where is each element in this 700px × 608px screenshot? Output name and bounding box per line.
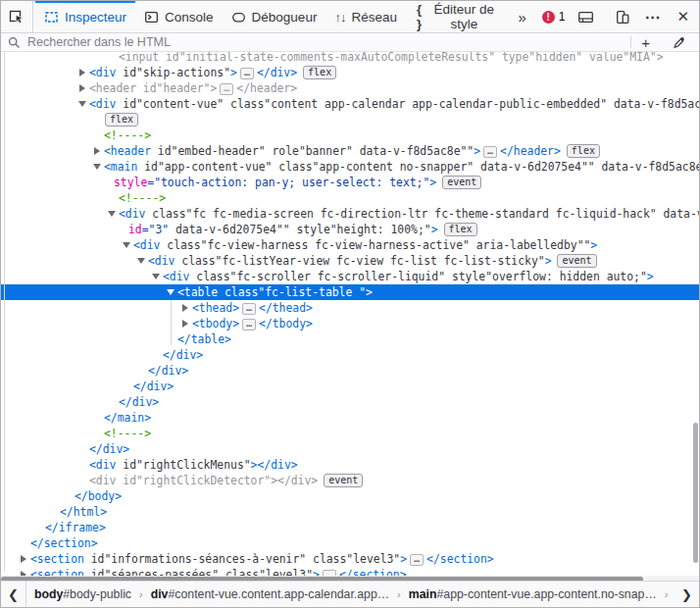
markup-row[interactable]: <section id"informations-séances-à-venir… xyxy=(1,551,699,567)
markup-row[interactable]: <div class"fc-listYear-view fc-view fc-l… xyxy=(1,253,699,269)
markup-row[interactable]: <div id"content-vue" class"content app-c… xyxy=(1,96,699,112)
markup-row[interactable]: </div> xyxy=(1,363,699,379)
markup-row[interactable]: </div> xyxy=(1,347,699,363)
tab-label: Console xyxy=(165,10,214,25)
tab-reseau[interactable]: ↑↓ Réseau xyxy=(325,1,406,32)
markup-row[interactable]: <div class"fc fc-media-screen fc-directi… xyxy=(1,206,699,222)
breadcrumb-item[interactable]: main#app-content-vue.app-content.no-snap… xyxy=(407,587,659,601)
close-devtools-button[interactable]: ✕ xyxy=(667,8,699,25)
twisty-icon[interactable] xyxy=(78,80,89,96)
node-code: style="touch-action: pan-y; user-select:… xyxy=(114,176,436,189)
markup-row[interactable]: <main id"app-content-vue" class"app-cont… xyxy=(1,159,699,175)
markup-row[interactable]: <input id"initial-state-comments-maxAuto… xyxy=(1,52,699,65)
error-count-button[interactable]: ! 1 xyxy=(536,10,572,24)
flex-badge[interactable]: flex xyxy=(444,223,477,236)
breadcrumb-separator-icon: › xyxy=(391,588,407,600)
flex-badge[interactable]: flex xyxy=(567,144,600,158)
twisty-icon[interactable] xyxy=(137,253,148,269)
twisty-icon[interactable] xyxy=(181,300,192,316)
show-more-pill[interactable]: … xyxy=(483,146,497,158)
node-code: </div> xyxy=(133,380,174,393)
markup-row[interactable]: <thead>…</thead> xyxy=(1,300,699,316)
indent-guide xyxy=(4,52,5,572)
markup-row[interactable]: <!----> xyxy=(1,190,699,206)
node-code: </iframe> xyxy=(45,521,106,534)
breadcrumb-item[interactable]: div#content-vue.content.app-calendar.app… xyxy=(149,587,391,601)
markup-row[interactable]: </section> xyxy=(1,535,699,551)
twisty-icon[interactable] xyxy=(167,284,177,300)
node-code: <section id"informations-séances-à-venir… xyxy=(30,552,494,566)
markup-row[interactable]: <!----> xyxy=(1,426,699,441)
tab-editeur-de-style[interactable]: { } Éditeur de style xyxy=(406,1,508,32)
markup-rows: <input id"initial-state-comments-maxAuto… xyxy=(1,52,699,583)
tab-label: Éditeur de style xyxy=(428,2,499,31)
markup-row[interactable]: <tbody>…</tbody> xyxy=(1,316,699,331)
event-badge[interactable]: event xyxy=(442,176,481,189)
flex-badge[interactable]: flex xyxy=(105,113,138,127)
show-more-pill[interactable]: … xyxy=(410,554,424,566)
split-console-button[interactable] xyxy=(571,10,601,25)
show-more-pill[interactable]: … xyxy=(220,83,233,95)
event-badge[interactable]: event xyxy=(557,254,596,268)
markup-row[interactable]: flex xyxy=(1,112,699,127)
twisty-icon[interactable] xyxy=(78,65,89,80)
twisty-icon[interactable] xyxy=(20,551,30,567)
markup-view[interactable]: <input id"initial-state-comments-maxAuto… xyxy=(1,52,699,583)
twisty-icon[interactable] xyxy=(181,316,192,331)
markup-row[interactable]: </div> xyxy=(1,394,699,410)
tab-label: Réseau xyxy=(351,10,397,25)
breadcrumb-scroll-right-button[interactable]: ❯ xyxy=(675,587,699,602)
markup-row[interactable]: id="3" data-v-6d2075e4"" style"height: 1… xyxy=(1,222,699,237)
twisty-icon[interactable] xyxy=(93,159,104,175)
markup-row[interactable]: </html> xyxy=(1,504,699,520)
node-code: </body> xyxy=(75,489,122,503)
markup-row[interactable]: <div class"fc-scroller fc-scroller-liqui… xyxy=(1,269,699,284)
responsive-design-icon xyxy=(615,10,630,25)
breadcrumb-scroll-left-button[interactable]: ❮ xyxy=(1,582,26,607)
twisty-icon[interactable] xyxy=(152,269,163,284)
responsive-design-button[interactable] xyxy=(608,10,637,25)
markup-row[interactable]: </table> xyxy=(1,331,699,347)
markup-row[interactable]: <header id"header">…</header> xyxy=(1,80,699,96)
html-search-bar: + xyxy=(1,33,699,52)
markup-row[interactable]: </main> xyxy=(1,410,699,426)
event-badge[interactable]: event xyxy=(324,474,363,487)
add-node-button[interactable]: + xyxy=(633,34,658,51)
node-code: </div> xyxy=(119,395,159,409)
flex-badge[interactable]: flex xyxy=(303,66,336,79)
markup-row[interactable]: <div id"rightClickDetector"></div>event xyxy=(1,473,699,488)
breadcrumb-separator-icon: › xyxy=(133,588,149,600)
tab-console[interactable]: Console xyxy=(135,1,223,32)
markup-row[interactable]: <!----> xyxy=(1,127,699,143)
pick-element-button[interactable] xyxy=(1,1,33,32)
markup-row[interactable]: <div id"skip-actions">…</div>flex xyxy=(1,65,699,80)
close-icon: ✕ xyxy=(676,8,689,25)
tab-debogueur[interactable]: Débogueur xyxy=(223,1,326,32)
meatball-menu-button[interactable]: ⋯ xyxy=(637,8,667,26)
twisty-icon[interactable] xyxy=(123,237,133,253)
active-tab-accent xyxy=(35,1,135,3)
markup-row[interactable]: </body> xyxy=(1,488,699,504)
breadcrumb-item[interactable]: body#body-public xyxy=(32,587,133,601)
more-tabs-button[interactable]: » xyxy=(508,1,535,32)
search-icon xyxy=(1,36,25,49)
tab-inspecteur[interactable]: Inspecteur xyxy=(35,1,135,32)
twisty-icon[interactable] xyxy=(108,206,119,222)
markup-row[interactable]: <header id"embed-header" role"banner" da… xyxy=(1,143,699,159)
markup-row[interactable]: style="touch-action: pan-y; user-select:… xyxy=(1,175,699,190)
markup-row[interactable]: </div> xyxy=(1,379,699,394)
markup-row[interactable]: </iframe> xyxy=(1,520,699,535)
show-more-pill[interactable]: … xyxy=(242,303,256,315)
markup-row[interactable]: <div class"fc-view-harness fc-view-harne… xyxy=(1,237,699,253)
search-input[interactable] xyxy=(25,34,628,50)
eyedropper-button[interactable] xyxy=(658,35,699,49)
vertical-scrollbar[interactable] xyxy=(693,423,698,563)
markup-row[interactable]: <table class"fc-list-table "> xyxy=(1,284,699,300)
inspector-icon xyxy=(44,10,59,25)
show-more-pill[interactable]: … xyxy=(240,68,254,79)
markup-row[interactable]: </div> xyxy=(1,441,699,457)
markup-row[interactable]: <div id"rightClickMenus"></div> xyxy=(1,457,699,473)
twisty-icon[interactable] xyxy=(93,143,104,159)
show-more-pill[interactable]: … xyxy=(242,319,256,330)
twisty-icon[interactable] xyxy=(78,96,89,112)
